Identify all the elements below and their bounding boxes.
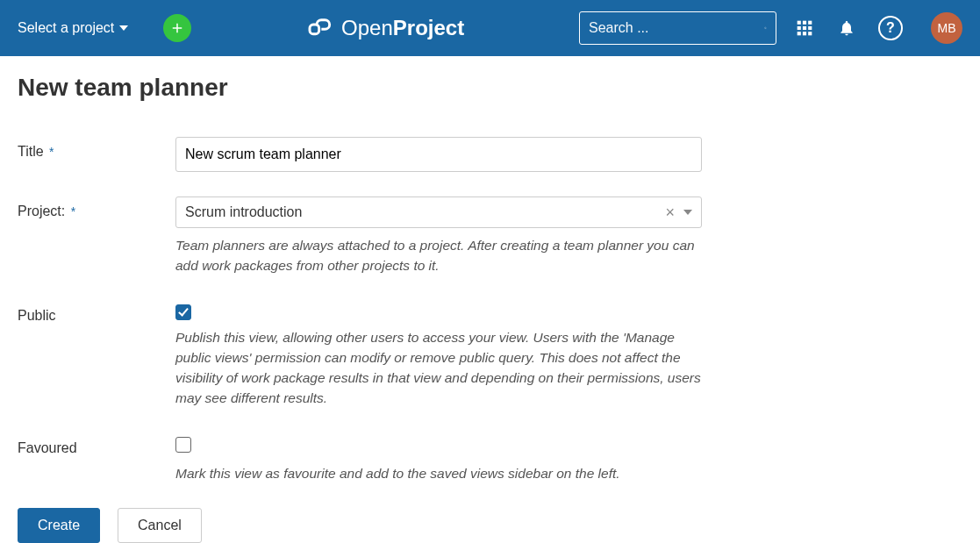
cancel-button[interactable]: Cancel (118, 508, 202, 543)
favoured-checkbox[interactable] (175, 437, 191, 453)
public-checkbox[interactable] (175, 304, 191, 320)
help-icon[interactable]: ? (878, 16, 903, 40)
svg-rect-3 (798, 21, 801, 25)
search-icon (764, 19, 767, 37)
required-marker: * (49, 145, 54, 159)
svg-rect-8 (808, 26, 812, 30)
notifications-icon[interactable] (836, 18, 857, 39)
favoured-label: Favoured (18, 433, 175, 456)
public-row: Public Publish this view, allowing other… (18, 301, 962, 409)
project-selector-label: Select a project (18, 20, 114, 36)
svg-rect-10 (803, 32, 806, 35)
favoured-row: Favoured Mark this view as favourite and… (18, 433, 962, 483)
svg-rect-6 (798, 26, 801, 30)
search-box[interactable] (579, 11, 776, 45)
project-label: Project: * (18, 196, 175, 219)
svg-point-1 (765, 27, 767, 29)
plus-icon (169, 20, 185, 36)
project-hint: Team planners are always attached to a p… (175, 235, 702, 276)
svg-rect-5 (808, 21, 812, 25)
page-title: New team planner (18, 74, 962, 102)
required-marker: * (71, 204, 75, 218)
chevron-down-icon (119, 25, 128, 31)
search-input[interactable] (589, 20, 764, 36)
project-selector[interactable]: Select a project (18, 20, 128, 36)
svg-rect-0 (310, 25, 319, 34)
svg-rect-4 (803, 21, 806, 25)
title-row: Title * (18, 137, 962, 172)
apps-grid-icon[interactable] (794, 18, 815, 39)
header-actions: ? MB (794, 12, 962, 44)
title-input[interactable] (175, 137, 702, 172)
project-selected-value: Scrum introduction (185, 204, 302, 220)
logo-text-bold: Project (393, 16, 464, 39)
svg-line-2 (766, 28, 767, 29)
favoured-hint: Mark this view as favourite and add to t… (175, 463, 702, 483)
svg-rect-7 (803, 26, 806, 30)
svg-rect-11 (808, 32, 812, 35)
public-hint: Publish this view, allowing other users … (175, 327, 702, 409)
project-select[interactable]: Scrum introduction × (175, 196, 702, 228)
svg-rect-9 (798, 32, 801, 35)
logo-icon (306, 14, 334, 42)
button-row: Create Cancel (18, 508, 962, 543)
logo-text-light: Open (341, 16, 393, 39)
chevron-down-icon[interactable] (683, 210, 692, 215)
clear-icon[interactable]: × (665, 204, 675, 222)
app-logo: OpenProject (306, 14, 464, 42)
create-button[interactable]: Create (18, 508, 100, 543)
public-label: Public (18, 301, 175, 324)
user-avatar[interactable]: MB (931, 12, 962, 44)
title-label: Title * (18, 137, 175, 160)
add-button[interactable] (163, 14, 191, 42)
top-header: Select a project OpenProject ? MB (0, 0, 980, 56)
main-content: New team planner Title * Project: * Scru… (0, 56, 980, 543)
project-row: Project: * Scrum introduction × Team pla… (18, 196, 962, 276)
